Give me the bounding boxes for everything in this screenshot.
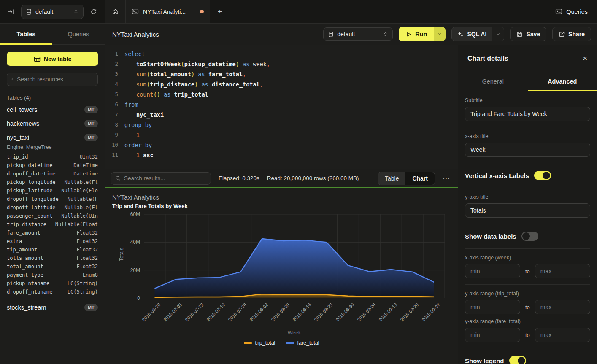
- table-name: cell_towers: [7, 106, 84, 113]
- table-row[interactable]: nyc_taxi MT: [7, 130, 98, 144]
- vertical-x-labels-label: Vertical x-axis Labels: [465, 172, 529, 179]
- legend-item[interactable]: trip_total: [244, 340, 275, 346]
- toolbar-database-selector[interactable]: default: [323, 27, 393, 41]
- table-row[interactable]: stocks_stream MT: [7, 300, 98, 314]
- save-button[interactable]: Save: [510, 27, 546, 41]
- column-name: dropoff_longitude: [7, 196, 59, 202]
- sql-editor[interactable]: 1select2toStartOfWeek(pickup_datetime) a…: [105, 45, 458, 169]
- column-type: Float32: [76, 247, 98, 253]
- column-type: Float32: [76, 264, 98, 270]
- show-data-labels-toggle[interactable]: [521, 232, 538, 241]
- results-search-input[interactable]: [124, 175, 206, 181]
- y-axis-title: Totals: [119, 248, 124, 261]
- unsaved-dot: [200, 10, 204, 13]
- column-name: passenger_count: [7, 213, 52, 219]
- sql-ai-button[interactable]: SQL AI: [452, 27, 492, 41]
- new-table-button[interactable]: New table: [7, 52, 98, 66]
- run-button-group: Run: [399, 27, 446, 41]
- tab-general[interactable]: General: [458, 72, 528, 91]
- column-name: dropoff_latitude: [7, 205, 56, 210]
- collapse-sidebar-icon: [8, 8, 14, 15]
- x-axis-title-input[interactable]: [465, 143, 590, 157]
- chart-section: NYTaxi Analytics Trip and Fare Totals by…: [105, 188, 458, 364]
- table-row[interactable]: cell_towers MT: [7, 102, 98, 116]
- sidebar-database-selector[interactable]: default: [21, 5, 84, 19]
- legend-swatch: [286, 342, 294, 344]
- x-range-min-input[interactable]: [465, 264, 520, 278]
- line-number: 9: [105, 130, 118, 140]
- code-line: 7nyc_taxi: [105, 110, 458, 120]
- share-icon: [559, 31, 565, 38]
- tab-advanced[interactable]: Advanced: [528, 72, 597, 91]
- table-view-button[interactable]: Table: [378, 172, 405, 185]
- sidebar-database-value: default: [35, 8, 70, 15]
- divider: [465, 127, 590, 127]
- run-button[interactable]: Run: [399, 27, 434, 41]
- table-row[interactable]: hackernews MT: [7, 116, 98, 130]
- code-line: 8group by: [105, 120, 458, 130]
- chart-view-button[interactable]: Chart: [405, 172, 435, 185]
- search-icon: [11, 76, 14, 82]
- view-toggle: Table Chart: [378, 172, 435, 185]
- divider: [465, 348, 590, 348]
- line-number: 4: [105, 79, 118, 89]
- table-name: hackernews: [7, 120, 84, 127]
- column-name: payment_type: [7, 272, 43, 278]
- column-name: pickup_latitude: [7, 188, 52, 194]
- column-type: UInt32: [80, 154, 98, 160]
- column-type: LC(String): [68, 280, 98, 286]
- code-line: 91: [105, 130, 458, 140]
- sql-ai-dropdown-button[interactable]: [492, 27, 504, 41]
- queries-button[interactable]: Queries: [546, 0, 597, 23]
- line-number: 5: [105, 89, 118, 100]
- code-line: 6from: [105, 100, 458, 110]
- line-number: 8: [105, 120, 118, 130]
- y-range-fare-max-input[interactable]: [535, 328, 590, 342]
- toggle-knob: [543, 172, 550, 179]
- vertical-x-labels-toggle[interactable]: [534, 171, 551, 180]
- column-row: dropoff_ntaname LC(String): [7, 288, 98, 296]
- close-icon[interactable]: ✕: [582, 55, 588, 62]
- refresh-button[interactable]: [88, 6, 100, 18]
- y-axis-title-input[interactable]: [465, 203, 590, 218]
- area-chart-plot[interactable]: [144, 214, 445, 298]
- sidebar: Tables Queries New table Tables (4) cell…: [0, 24, 105, 364]
- legend-item[interactable]: fare_total: [286, 340, 319, 346]
- y-range-trip-max-input[interactable]: [535, 300, 590, 314]
- tab-queries[interactable]: Queries: [52, 24, 105, 44]
- x-axis-title: Week: [144, 330, 445, 336]
- engine-badge: MT: [84, 120, 98, 127]
- show-data-labels-label: Show data labels: [465, 233, 516, 240]
- chart-legend: trip_totalfare_total: [105, 340, 458, 346]
- column-row: fare_amount Float32: [7, 229, 98, 237]
- x-range-label: x-axis range (week): [465, 255, 590, 261]
- run-dropdown-button[interactable]: [434, 27, 446, 41]
- y-range-fare-min-input[interactable]: [465, 328, 520, 342]
- table-name: stocks_stream: [7, 304, 84, 311]
- tab-strip: NYTaxi Analyti... + Queries: [105, 0, 597, 24]
- column-row: dropoff_datetime DateTime: [7, 170, 98, 178]
- chevron-down-icon: [496, 32, 501, 37]
- collapse-sidebar-button[interactable]: [5, 6, 17, 18]
- toggle-knob: [518, 357, 525, 364]
- query-tab[interactable]: NYTaxi Analyti...: [126, 0, 210, 23]
- more-options-button[interactable]: ⋯: [443, 174, 450, 183]
- home-button[interactable]: [105, 0, 126, 23]
- column-row: tolls_amount Float32: [7, 254, 98, 262]
- engine-badge: MT: [84, 134, 98, 141]
- y-range-trip-min-input[interactable]: [465, 300, 520, 314]
- column-type: Float32: [76, 255, 98, 261]
- show-legend-toggle[interactable]: [509, 356, 526, 364]
- share-button[interactable]: Share: [552, 27, 591, 41]
- new-tab-button[interactable]: +: [210, 0, 230, 23]
- column-row: dropoff_longitude Nullable(F: [7, 195, 98, 203]
- column-row: extra Float32: [7, 237, 98, 245]
- search-icon: [115, 175, 121, 181]
- subtitle-input[interactable]: [465, 107, 590, 121]
- column-type: Nullable(F: [68, 196, 98, 202]
- resource-search-input[interactable]: [17, 76, 93, 83]
- share-label: Share: [568, 31, 585, 38]
- tab-tables[interactable]: Tables: [0, 24, 52, 44]
- legend-label: fare_total: [297, 340, 319, 346]
- x-range-max-input[interactable]: [535, 264, 590, 278]
